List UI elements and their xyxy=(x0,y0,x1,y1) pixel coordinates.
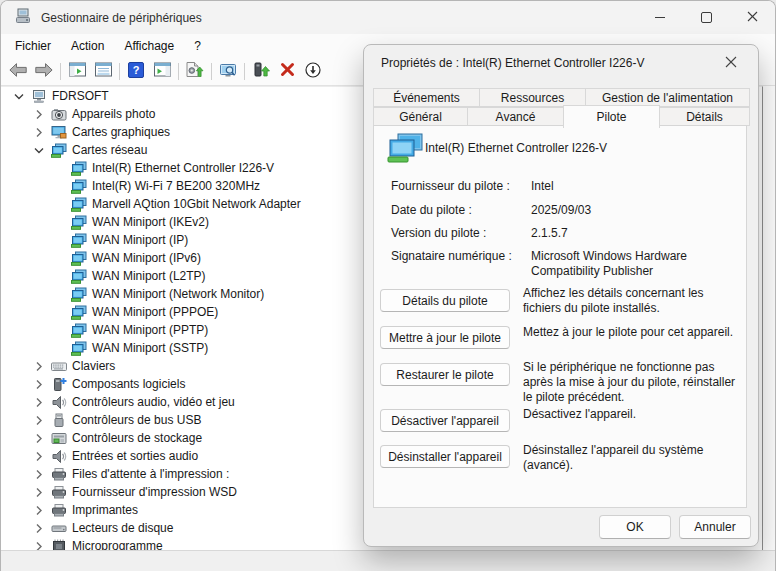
cancel-button[interactable]: Annuler xyxy=(679,515,751,539)
maximize-button[interactable] xyxy=(683,1,729,34)
tree-item-label: WAN Miniport (Network Monitor) xyxy=(92,287,264,301)
update-driver-description: Mettez à jour le pilote pour cet apparei… xyxy=(523,325,743,340)
chevron-right-icon[interactable] xyxy=(29,520,49,536)
maximize-icon xyxy=(701,12,712,23)
tree-item-label: WAN Miniport (SSTP) xyxy=(92,341,208,355)
ok-button[interactable]: OK xyxy=(599,515,671,539)
tab-details[interactable]: Détails xyxy=(659,107,750,126)
dialog-close-button[interactable] xyxy=(712,50,750,76)
chevron-right-icon[interactable] xyxy=(29,466,49,482)
menu-fichier[interactable]: Fichier xyxy=(5,36,61,56)
driver-details-button[interactable]: Détails du pilote xyxy=(380,289,510,312)
update-driver-software-button[interactable] xyxy=(182,59,208,83)
storage-icon xyxy=(49,430,69,446)
uninstall-device-button[interactable] xyxy=(274,59,300,83)
help-button[interactable]: ? xyxy=(123,59,149,83)
digital-signer-label: Signataire numérique : xyxy=(391,249,512,263)
audio-icon xyxy=(49,448,69,464)
network-icon xyxy=(69,214,89,230)
tree-item-label: WAN Miniport (PPPOE) xyxy=(92,305,218,319)
driver-version-label: Version du pilote : xyxy=(391,226,486,240)
network-icon xyxy=(69,232,89,248)
chevron-right-icon[interactable] xyxy=(29,376,49,392)
chevron-spacer xyxy=(49,340,69,356)
chevron-right-icon[interactable] xyxy=(29,124,49,140)
network-icon xyxy=(69,196,89,212)
tree-item-label: Fournisseur d'impression WSD xyxy=(72,485,237,499)
chevron-right-icon[interactable] xyxy=(29,358,49,374)
scan-hardware-button[interactable] xyxy=(215,59,241,83)
chevron-right-icon[interactable] xyxy=(29,394,49,410)
close-icon xyxy=(725,56,737,71)
network-icon xyxy=(69,340,89,356)
menu-action[interactable]: Action xyxy=(61,36,114,56)
chevron-down-icon[interactable] xyxy=(29,142,49,158)
action-pane-button[interactable] xyxy=(149,59,175,83)
network-icon xyxy=(69,268,89,284)
chevron-right-icon[interactable] xyxy=(29,106,49,122)
back-button[interactable] xyxy=(5,59,31,83)
network-icon xyxy=(69,178,89,194)
roll-back-driver-button[interactable]: Restaurer le pilote xyxy=(380,363,510,386)
scan-hardware-icon xyxy=(220,63,236,80)
driver-version-value: 2.1.5.7 xyxy=(531,226,737,241)
tree-item-label: Contrôleurs de stockage xyxy=(72,431,202,445)
update-driver-button[interactable]: Mettre à jour le pilote xyxy=(380,326,510,349)
chevron-spacer xyxy=(49,322,69,338)
chevron-spacer xyxy=(49,286,69,302)
tree-item-label: Entrées et sorties audio xyxy=(72,449,198,463)
minimize-button[interactable] xyxy=(637,1,683,34)
menu-affichage[interactable]: Affichage xyxy=(114,36,184,56)
chevron-spacer xyxy=(49,304,69,320)
tree-item-label: WAN Miniport (L2TP) xyxy=(92,269,206,283)
close-button[interactable] xyxy=(729,1,775,34)
tab-evenements[interactable]: Événements xyxy=(373,88,480,107)
network-icon xyxy=(49,142,69,158)
network-icon xyxy=(69,250,89,266)
update-driver-icon xyxy=(253,62,270,80)
network-icon xyxy=(69,304,89,320)
tab-avance[interactable]: Avancé xyxy=(467,107,564,126)
menu-help[interactable]: ? xyxy=(184,36,211,56)
chevron-down-icon[interactable] xyxy=(9,88,29,104)
forward-button[interactable] xyxy=(31,59,57,83)
update-driver-button[interactable] xyxy=(248,59,274,83)
network-icon xyxy=(69,322,89,338)
tab-general[interactable]: Général xyxy=(373,107,468,126)
tab-pilote[interactable]: Pilote xyxy=(563,105,660,128)
update-driver-software-icon xyxy=(186,62,204,80)
action-pane-icon xyxy=(154,62,171,80)
toolbar-separator xyxy=(244,63,245,80)
toolbar-separator xyxy=(211,63,212,80)
chevron-right-icon[interactable] xyxy=(29,412,49,428)
forward-icon xyxy=(35,63,53,80)
driver-provider-value: Intel xyxy=(531,179,737,194)
disable-device-button[interactable]: Désactiver l'appareil xyxy=(380,409,510,432)
tree-item-label: WAN Miniport (IP) xyxy=(92,233,188,247)
tab-row-1: Événements Ressources Gestion de l'alime… xyxy=(373,88,749,107)
uninstall-device-button[interactable]: Désinstaller l'appareil xyxy=(380,445,510,468)
display-icon xyxy=(49,124,69,140)
chevron-right-icon[interactable] xyxy=(29,430,49,446)
chevron-spacer xyxy=(49,268,69,284)
console-tree-button[interactable] xyxy=(64,59,90,83)
console-tree-icon xyxy=(69,62,86,80)
chevron-right-icon[interactable] xyxy=(29,484,49,500)
disable-device-button[interactable] xyxy=(300,59,326,83)
chevron-right-icon[interactable] xyxy=(29,448,49,464)
usb-icon xyxy=(49,412,69,428)
chevron-right-icon[interactable] xyxy=(29,502,49,518)
tab-row-2: Général Avancé Pilote Détails xyxy=(373,107,749,126)
tree-item-label: WAN Miniport (IPv6) xyxy=(92,251,201,265)
device-manager-app-icon xyxy=(15,8,31,27)
tree-item-label: Appareils photo xyxy=(72,107,155,121)
properties-button[interactable] xyxy=(90,59,116,83)
tree-item-label: Intel(R) Wi-Fi 7 BE200 320MHz xyxy=(92,179,260,193)
network-icon xyxy=(69,286,89,302)
disable-device-description: Désactivez l'appareil. xyxy=(523,407,743,422)
driver-provider-label: Fournisseur du pilote : xyxy=(391,179,510,193)
chevron-spacer xyxy=(49,250,69,266)
tree-item-label: Claviers xyxy=(72,359,115,373)
printer-icon xyxy=(49,502,69,518)
pilote-tab-page: Intel(R) Ethernet Controller I226-V Four… xyxy=(373,125,747,508)
